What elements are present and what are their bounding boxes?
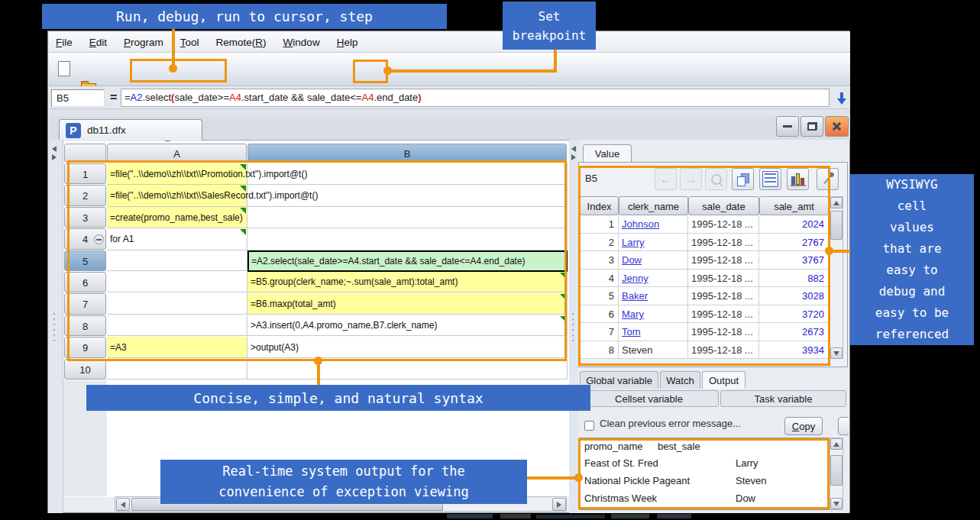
taskbar-fragment — [536, 515, 605, 518]
connector-syntax-dot — [314, 357, 322, 365]
callout-realtime: Real-time system output for the convenie… — [160, 460, 527, 504]
formula-input[interactable]: =A2.select(sale_date>=A4.start_date && s… — [121, 89, 830, 107]
output-scroll-down-icon[interactable] — [830, 498, 843, 509]
new-file-icon[interactable] — [55, 60, 73, 78]
mid-splitter-grip — [572, 309, 574, 345]
screenshot-canvas: File Edit Program Tool Remote(R) Window … — [0, 0, 980, 520]
menu-file[interactable]: File — [52, 37, 76, 48]
menu-tool[interactable]: Tool — [176, 37, 203, 48]
callout-wysiwyg: WYSIWYG cell values that are easy to deb… — [850, 174, 974, 345]
menu-remote[interactable]: Remote(R) — [212, 37, 270, 48]
annotation-rect-output — [578, 438, 830, 509]
cell-B10[interactable] — [247, 359, 568, 380]
tab-cellset-variable[interactable]: Cellset variable — [579, 390, 719, 407]
row-header-10[interactable]: 10 — [64, 359, 106, 380]
taskbar-fragment — [500, 514, 531, 518]
connector-realtime — [526, 476, 579, 480]
scroll-down-icon[interactable] — [830, 347, 843, 359]
tab-watch[interactable]: Watch — [660, 371, 700, 389]
annotation-rect-grid — [67, 160, 567, 361]
scroll-up-icon[interactable] — [830, 197, 843, 208]
output-vscrollbar[interactable] — [830, 438, 843, 510]
splitter-right-icon[interactable] — [571, 154, 576, 160]
cell-reference-box[interactable]: B5 — [51, 89, 105, 107]
tab-value[interactable]: Value — [583, 144, 632, 163]
menu-program[interactable]: Program — [120, 37, 167, 48]
dfx-file-icon: P — [66, 123, 81, 138]
cell-A10[interactable] — [107, 359, 247, 380]
collapse-left-icon[interactable] — [52, 146, 57, 152]
left-gutter — [48, 140, 63, 513]
menu-edit[interactable]: Edit — [86, 37, 111, 48]
taskbar-fragment — [611, 514, 649, 518]
menu-window[interactable]: Window — [280, 37, 324, 48]
clean-error-label: Clean previous error message... — [600, 418, 741, 429]
annotation-rect-value-panel — [578, 166, 830, 366]
expand-right-icon[interactable] — [52, 154, 57, 160]
connector-run-dot — [169, 64, 177, 73]
menu-bar: File Edit Program Tool Remote(R) Window … — [49, 32, 850, 53]
connector-breakpoint-h — [387, 69, 557, 73]
annotation-rect-run-group — [130, 59, 227, 82]
mid-splitter[interactable] — [569, 140, 578, 513]
connector-wysiwyg-dot — [825, 247, 833, 255]
scroll-right-icon[interactable] — [552, 498, 566, 511]
equals-label: = — [110, 88, 117, 108]
taskbar-fragment — [447, 514, 493, 518]
splitter-left-icon[interactable] — [571, 146, 576, 152]
clipped-button[interactable] — [838, 417, 849, 435]
connector-breakpoint-v — [554, 50, 557, 73]
menu-help[interactable]: Help — [333, 37, 362, 48]
sheet-tab[interactable]: P db11.dfx — [59, 119, 202, 140]
copy-button[interactable]: Copy — [784, 417, 823, 435]
tab-task-variable[interactable]: Task variable — [720, 390, 846, 407]
tab-global-variable[interactable]: Global variable — [580, 371, 658, 389]
sheet-tab-bar: P db11.dfx — [49, 117, 850, 140]
connector-run — [172, 29, 175, 69]
formula-bar: B5 = =A2.select(sale_date>=A4.start_date… — [49, 86, 850, 109]
clean-error-checkbox[interactable] — [584, 421, 594, 431]
table-vscroll-thumb[interactable] — [830, 211, 843, 240]
tab-output[interactable]: Output — [702, 371, 746, 389]
scroll-left-icon[interactable] — [116, 498, 130, 511]
minimize-icon[interactable] — [776, 116, 799, 137]
output-vscroll-thumb[interactable] — [830, 455, 843, 486]
callout-run-debug: Run, debug, run to cursor, step — [42, 4, 447, 29]
left-splitter-grip[interactable] — [53, 309, 55, 345]
formula-splitter[interactable] — [49, 109, 850, 117]
table-vscrollbar[interactable] — [830, 196, 843, 359]
taskbar-fragment — [657, 514, 691, 518]
restore-icon[interactable] — [800, 116, 823, 137]
connector-breakpoint-dot — [383, 66, 392, 75]
connector-realtime-dot — [574, 473, 583, 482]
output-scroll-up-icon[interactable] — [830, 438, 843, 450]
expand-formula-icon[interactable] — [833, 89, 849, 107]
sheet-tab-label: db11.dfx — [87, 124, 126, 136]
close-icon[interactable] — [825, 116, 849, 137]
callout-syntax: Concise, simple, and natural syntax — [86, 385, 590, 411]
callout-set-breakpoint: Set breakpoint — [503, 2, 596, 50]
